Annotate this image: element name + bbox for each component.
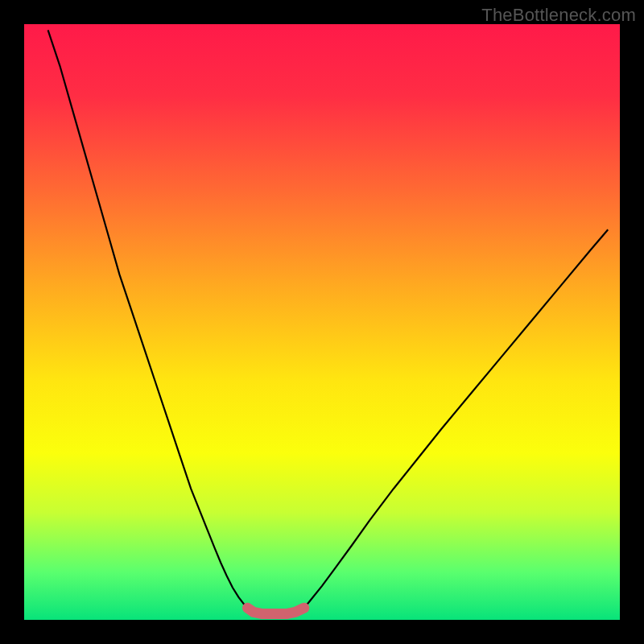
chart-svg [0,0,644,644]
valley-floor [248,608,304,613]
chart-stage: TheBottleneck.com [0,0,644,644]
watermark-text: TheBottleneck.com [481,5,636,26]
